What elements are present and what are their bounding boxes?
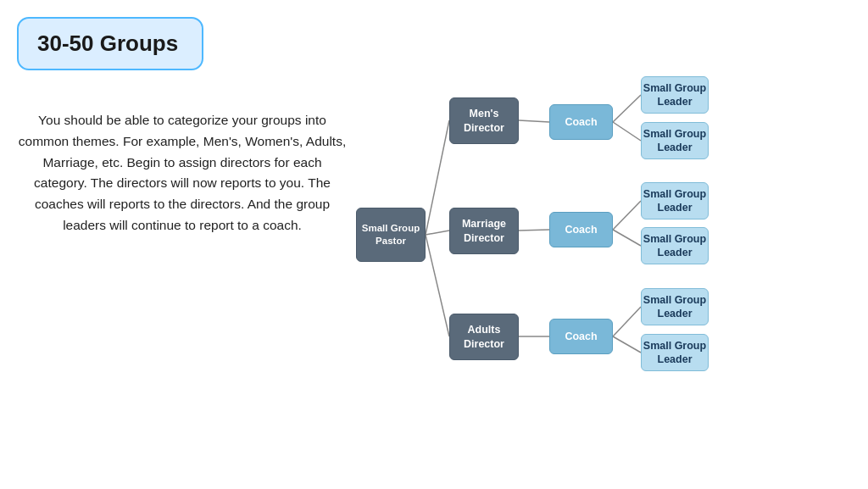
sgl3-box: Small Group Leader [641,182,709,219]
slide-title: 30-50 Groups [37,31,183,57]
svg-line-3 [519,120,549,122]
body-text: You should be able to categorize your gr… [17,110,348,236]
svg-line-4 [519,230,549,231]
sgl6-label: Small Group Leader [642,339,708,367]
coach1-label: Coach [565,115,597,129]
small-group-pastor-box: Small Group Pastor [356,208,426,262]
svg-line-2 [426,235,449,336]
coach1-box: Coach [549,104,613,140]
svg-line-0 [426,120,449,235]
mens-director-label: Men's Director [450,107,518,135]
sgl4-box: Small Group Leader [641,227,709,264]
svg-line-10 [613,307,641,336]
marriage-director-box: Marriage Director [449,208,519,254]
marriage-director-label: Marriage Director [450,217,518,245]
slide: 30-50 Groups You should be able to categ… [0,0,868,489]
sgl5-label: Small Group Leader [642,293,708,321]
svg-line-1 [426,231,449,235]
sgl4-label: Small Group Leader [642,232,708,260]
svg-line-6 [613,95,641,122]
coach3-box: Coach [549,319,613,354]
svg-line-7 [613,122,641,141]
title-box: 30-50 Groups [17,17,203,70]
sgl1-label: Small Group Leader [642,81,708,109]
sgl2-box: Small Group Leader [641,122,709,159]
coach2-box: Coach [549,212,613,247]
sgl2-label: Small Group Leader [642,127,708,155]
sgl1-box: Small Group Leader [641,76,709,114]
org-chart: Small Group Pastor Men's Director Marria… [356,51,848,466]
coach3-label: Coach [565,330,597,343]
svg-line-11 [613,336,641,353]
small-group-pastor-label: Small Group Pastor [357,222,425,247]
svg-line-9 [613,230,641,246]
mens-director-box: Men's Director [449,97,519,144]
coach2-label: Coach [565,223,597,236]
svg-line-8 [613,201,641,230]
sgl6-box: Small Group Leader [641,334,709,371]
adults-director-box: Adults Director [449,314,519,360]
sgl5-box: Small Group Leader [641,288,709,325]
sgl3-label: Small Group Leader [642,187,708,215]
adults-director-label: Adults Director [450,323,518,351]
